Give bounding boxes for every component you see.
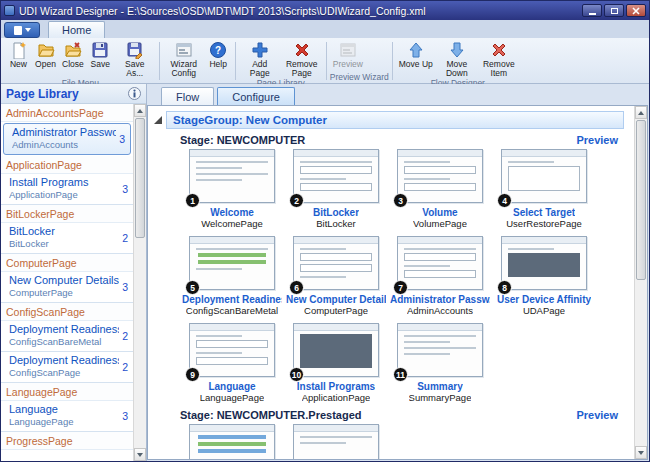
page-item-title: Install Programs: [9, 176, 119, 189]
flow-page-item[interactable]: 1 Welcome WelcomePage: [182, 149, 282, 229]
page-title-link[interactable]: Administrator Passw...: [390, 294, 490, 305]
page-thumbnail[interactable]: 1: [189, 149, 275, 203]
triangle-down-icon: [137, 453, 143, 457]
app-menu-button[interactable]: [4, 22, 40, 38]
expander-icon[interactable]: [154, 116, 162, 124]
flow-page-item[interactable]: 3 Volume VolumePage: [390, 149, 490, 229]
minimize-button[interactable]: [582, 4, 602, 17]
close-file-button[interactable]: Close: [59, 40, 87, 69]
page-item-subtitle: ConfigScanPage: [9, 367, 119, 379]
page-thumbnail[interactable]: 10: [293, 323, 379, 377]
ribbon-group-separator: [326, 42, 327, 80]
page-thumbnail[interactable]: 3: [397, 149, 483, 203]
scroll-up-button[interactable]: [635, 106, 647, 119]
page-number-badge: 8: [497, 280, 512, 295]
flow-page-item[interactable]: 9 Language LanguagePage: [182, 323, 282, 403]
flow-page-item[interactable]: 4 Select Target UserRestorePage: [494, 149, 594, 229]
page-item-count: 3: [119, 183, 131, 195]
content-area: Page Library AdminAccountsPage Administr…: [1, 84, 649, 461]
main-scrollbar[interactable]: [634, 106, 647, 459]
page-thumbnail[interactable]: 5: [189, 236, 275, 290]
page-group-header: ApplicationPage: [1, 156, 133, 174]
page-item-count: 3: [119, 410, 131, 422]
stage-group-bar[interactable]: StageGroup: New Computer: [166, 111, 624, 129]
page-thumbnail[interactable]: 9: [189, 323, 275, 377]
page-library-item[interactable]: New Computer Details ComputerPage 3: [1, 272, 133, 303]
page-library-item[interactable]: Deployment Readiness ConfigScanPage 2: [1, 352, 133, 383]
flow-page-item[interactable]: [286, 424, 386, 459]
ribbon-group-file-menu: New Open Close: [3, 39, 158, 83]
new-file-button[interactable]: New: [5, 40, 32, 69]
page-library-item[interactable]: Administrator Password AdminAccounts 3: [3, 123, 131, 155]
page-library-item[interactable]: BitLocker BitLocker 2: [1, 223, 133, 254]
page-title-link[interactable]: Select Target: [513, 207, 575, 218]
page-title-link[interactable]: Volume: [422, 207, 457, 218]
help-button[interactable]: ? Help: [205, 40, 232, 69]
wizard-config-icon: [175, 41, 193, 59]
page-library-item[interactable]: Install Programs ApplicationPage 3: [1, 174, 133, 205]
move-down-button[interactable]: Move Down: [436, 40, 478, 78]
close-button[interactable]: [626, 4, 646, 17]
scrollbar-thumb[interactable]: [135, 118, 145, 238]
scroll-down-button[interactable]: [635, 446, 647, 459]
page-title-link[interactable]: New Computer Details: [286, 294, 386, 305]
page-thumbnail[interactable]: [293, 424, 379, 459]
page-thumbnail[interactable]: 4: [501, 149, 587, 203]
scroll-up-button[interactable]: [134, 104, 146, 117]
stage-header: Stage: NEWCOMPUTER Preview: [180, 134, 618, 146]
tab-flow[interactable]: Flow: [161, 87, 214, 105]
stage-page-grid: 1 Welcome WelcomePage 2 BitLocker BitLo: [182, 149, 632, 403]
tab-home[interactable]: Home: [48, 21, 105, 38]
save-button[interactable]: Save: [87, 40, 114, 69]
page-thumbnail[interactable]: 11: [397, 323, 483, 377]
stage-title: Stage: NEWCOMPUTER.Prestaged: [180, 409, 362, 421]
scrollbar-track[interactable]: [635, 119, 647, 446]
page-title-link[interactable]: Language: [208, 381, 255, 392]
page-thumbnail[interactable]: 8: [501, 236, 587, 290]
page-library-item[interactable]: Language LanguagePage 3: [1, 401, 133, 432]
page-title-link[interactable]: BitLocker: [313, 207, 359, 218]
move-up-button[interactable]: Move Up: [396, 40, 436, 69]
page-title-link[interactable]: Install Programs: [297, 381, 375, 392]
preview-button[interactable]: Preview: [330, 40, 366, 69]
page-title-link[interactable]: Deployment Readiness: [182, 294, 282, 305]
flow-page-item[interactable]: 7 Administrator Passw... AdminAccounts: [390, 236, 490, 316]
flow-page-item[interactable]: 2 BitLocker BitLocker: [286, 149, 386, 229]
wizard-config-button[interactable]: Wizard Config: [163, 40, 205, 78]
page-library-item[interactable]: Deployment Readiness ConfigScanBareMetal…: [1, 321, 133, 352]
stage-preview-link[interactable]: Preview: [576, 409, 618, 421]
info-icon[interactable]: [128, 87, 141, 100]
scrollbar-track[interactable]: [134, 117, 146, 448]
flow-page-item[interactable]: 6 New Computer Details ComputerPage: [286, 236, 386, 316]
add-page-button[interactable]: Add Page: [239, 40, 281, 78]
flow-page-item[interactable]: [182, 424, 282, 459]
page-title-link[interactable]: Welcome: [210, 207, 254, 218]
scrollbar-thumb[interactable]: [636, 120, 646, 280]
maximize-button[interactable]: [604, 4, 624, 17]
page-thumbnail[interactable]: 6: [293, 236, 379, 290]
page-thumbnail[interactable]: 2: [293, 149, 379, 203]
page-subtitle: SummaryPage: [409, 392, 472, 403]
page-thumbnail-image: [293, 149, 379, 203]
flow-page-item[interactable]: 10 Install Programs ApplicationPage: [286, 323, 386, 403]
page-thumbnail[interactable]: [189, 424, 275, 459]
window-controls: [582, 4, 646, 17]
scroll-down-button[interactable]: [134, 448, 146, 461]
tab-configure[interactable]: Configure: [217, 87, 295, 105]
flow-page-item[interactable]: 5 Deployment Readiness ConfigScanBareMet…: [182, 236, 282, 316]
save-as-icon: [126, 41, 144, 59]
page-title-link[interactable]: User Device Affinity: [497, 294, 591, 305]
remove-item-button[interactable]: Remove Item: [478, 40, 520, 78]
remove-page-button[interactable]: Remove Page: [281, 40, 323, 78]
page-title-link[interactable]: Summary: [417, 381, 463, 392]
page-thumbnail[interactable]: 7: [397, 236, 483, 290]
save-as-button[interactable]: Save As...: [114, 40, 156, 78]
stage-preview-link[interactable]: Preview: [576, 134, 618, 146]
ribbon-group-separator: [235, 42, 236, 80]
maximize-icon: [611, 8, 618, 14]
open-file-button[interactable]: Open: [32, 40, 59, 69]
minimize-icon: [589, 13, 596, 15]
flow-page-item[interactable]: 8 User Device Affinity UDAPage: [494, 236, 594, 316]
sidebar-scrollbar[interactable]: [133, 104, 146, 461]
flow-page-item[interactable]: 11 Summary SummaryPage: [390, 323, 490, 403]
